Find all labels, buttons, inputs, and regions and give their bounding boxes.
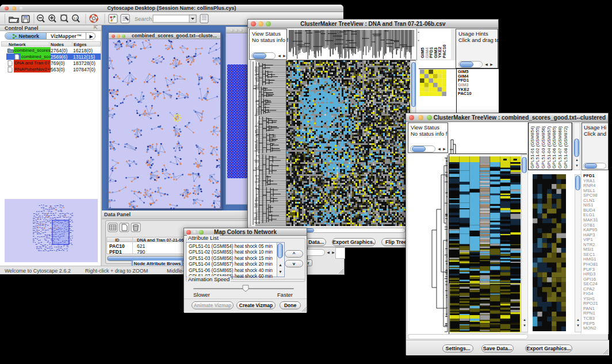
svg-text:GPL51-03 (GSM856): GPL51-03 (GSM856) (541, 126, 546, 168)
svg-text:1:1: 1:1 (74, 17, 78, 20)
svg-text:GPL51-02 (GSM855): GPL51-02 (GSM855) (535, 126, 540, 168)
svg-text:GPL51-01 (GSM854): GPL51-01 (GSM854) (530, 126, 535, 168)
svg-text:PAC10: PAC10 (442, 44, 447, 58)
svg-text:Search:: Search: (135, 16, 154, 22)
svg-text:GPL51-07 (GSM868): GPL51-07 (GSM868) (557, 126, 563, 168)
svg-text:GPL51-08 (GSM872): GPL51-08 (GSM872) (563, 126, 568, 168)
svg-text:GPL51-06 (GSM865): GPL51-06 (GSM865) (552, 126, 557, 168)
svg-text:GPL51-04 (GSM857): GPL51-04 (GSM857) (546, 126, 552, 168)
